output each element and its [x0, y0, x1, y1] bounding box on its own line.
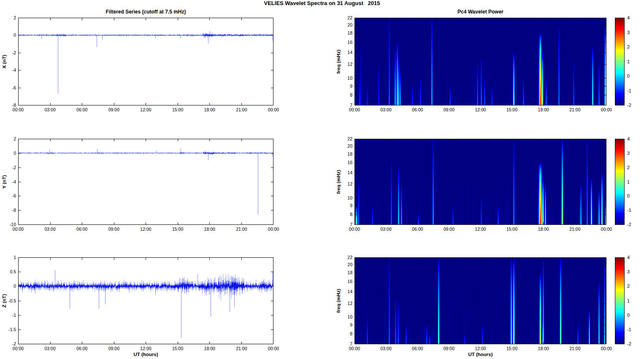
x-tick-label: 21:00: [236, 346, 247, 351]
y-tick-label: 16: [347, 40, 352, 45]
y-axis-label-y: Y (nT): [2, 175, 7, 189]
y-tick-label: 8: [350, 92, 352, 97]
y-tick-label: 8: [350, 212, 352, 217]
x-tick-label: 03:00: [380, 107, 391, 112]
left-column-title: Filtered Series (cutoff at 7.5 mHz): [18, 9, 273, 15]
colorbar-tick-label: -1: [627, 88, 631, 93]
x-tick-label: 06:00: [76, 346, 87, 351]
x-tick-label: 03:00: [44, 346, 55, 351]
z-series-canvas: [18, 257, 273, 344]
x-tick-label: 18:00: [204, 107, 215, 112]
x-tick-label: 00:00: [601, 346, 612, 351]
x-series-canvas: [18, 18, 273, 105]
y-tick-label: 22: [347, 136, 352, 141]
figure-title: VELIES Wavelet Spectra on 31 August 2015: [0, 0, 644, 6]
y-tick-label: 10: [347, 76, 352, 81]
wavelet-panel-y: freq (mHz) 00:0003:0006:0009:0012:0015:0…: [354, 139, 606, 225]
y-tick-label: -1: [12, 313, 16, 318]
y-tick-label: -2: [12, 165, 16, 170]
x-tick-label: 03:00: [380, 346, 391, 351]
y-tick-label: -10: [10, 222, 16, 227]
x-tick-label: 00:00: [601, 107, 612, 112]
y-tick-label: -1.5: [8, 327, 16, 332]
y-tick-label: 10: [347, 314, 352, 319]
x-tick-label: 03:00: [44, 227, 55, 232]
y-tick-label: 22: [347, 15, 352, 20]
y-tick-label: 8: [350, 331, 352, 336]
colorbar-tick-label: 4: [627, 15, 630, 20]
x-tick-label: 06:00: [76, 227, 87, 232]
wavelet-panel-x: Pc4 Wavelet Power freq (mHz) 00:0003:000…: [354, 18, 606, 105]
y-tick-label: 18: [347, 270, 352, 275]
x-axis-label-right: UT (hours): [354, 352, 606, 357]
x-tick-label: 03:00: [44, 107, 55, 112]
y-tick-label: 12: [347, 62, 352, 67]
y-tick-label: -2: [12, 341, 16, 346]
right-column-title: Pc4 Wavelet Power: [354, 9, 606, 15]
colorbar-tick-label: 3: [627, 151, 630, 156]
y-tick-label: -4: [12, 179, 16, 184]
x-tick-label: 15:00: [172, 107, 183, 112]
x-tick-label: 00:00: [268, 227, 279, 232]
y-tick-label: 9: [350, 84, 352, 89]
x-tick-label: 15:00: [172, 227, 183, 232]
colorbar-tick-label: 4: [627, 136, 630, 141]
y-tick-label: 14: [347, 289, 352, 294]
x-tick-label: 15:00: [506, 107, 517, 112]
colorbar-tick-label: -2: [627, 103, 631, 108]
x-tick-label: 09:00: [444, 227, 455, 232]
y-tick-label: -6: [12, 193, 16, 198]
y-series-canvas: [18, 139, 273, 225]
x-tick-label: 12:00: [140, 227, 151, 232]
y-tick-label: 18: [347, 30, 352, 35]
x-tick-label: 00:00: [13, 346, 24, 351]
y-tick-label: 9: [350, 203, 352, 208]
y-wavelet-canvas: [354, 139, 606, 225]
x-tick-label: 06:00: [412, 346, 423, 351]
colorbar-2: log₂(nT²/Hz) 43210-1-2: [615, 139, 625, 225]
colorbar-tick-label: -2: [627, 341, 631, 346]
x-tick-label: 21:00: [569, 346, 580, 351]
y-tick-label: -2: [12, 50, 16, 55]
x-tick-label: 09:00: [108, 346, 119, 351]
x-tick-label: 18:00: [204, 346, 215, 351]
colorbar-tick-label: 2: [627, 283, 630, 289]
x-tick-label: 12:00: [140, 346, 151, 351]
x-tick-label: 18:00: [538, 346, 549, 351]
colorbar-tick-label: 2: [627, 165, 630, 170]
y-tick-label: 0.5: [10, 269, 16, 274]
x-tick-label: 18:00: [538, 107, 549, 112]
colorbar-canvas-3: [615, 257, 625, 344]
z-wavelet-canvas: [354, 257, 606, 344]
colorbar-tick-label: 1: [627, 298, 630, 303]
x-tick-label: 00:00: [349, 107, 360, 112]
x-tick-label: 00:00: [349, 346, 360, 351]
colorbar-1: log₂(nT²/Hz) 43210-1-2: [615, 18, 625, 105]
colorbar-tick-label: 1: [627, 59, 630, 64]
y-tick-label: -6: [12, 85, 16, 90]
y-axis-label-z: Z (nT): [2, 294, 7, 308]
y-tick-label: 16: [347, 160, 352, 165]
x-tick-label: 15:00: [172, 346, 183, 351]
colorbar-tick-label: 2: [627, 44, 630, 49]
y-tick-label: 7: [350, 103, 352, 108]
x-wavelet-canvas: [354, 18, 606, 105]
x-tick-label: 18:00: [204, 227, 215, 232]
freq-axis-label-3: freq (mHz): [336, 289, 341, 313]
y-tick-label: 2: [14, 136, 16, 141]
y-tick-label: 7: [350, 341, 352, 346]
wavelet-panel-z: freq (mHz) 00:0003:0006:0009:0012:0015:0…: [354, 257, 606, 344]
y-tick-label: 1: [14, 255, 16, 260]
x-tick-label: 15:00: [506, 346, 517, 351]
x-tick-label: 12:00: [475, 227, 486, 232]
y-tick-label: 14: [347, 50, 352, 55]
y-tick-label: 22: [347, 255, 352, 260]
y-tick-label: 12: [347, 181, 352, 186]
x-tick-label: 09:00: [108, 227, 119, 232]
colorbar-canvas-2: [615, 139, 625, 225]
y-tick-label: -8: [12, 103, 16, 108]
x-tick-label: 00:00: [349, 227, 360, 232]
y-tick-label: 12: [347, 301, 352, 306]
x-tick-label: 06:00: [412, 107, 423, 112]
x-tick-label: 09:00: [444, 346, 455, 351]
